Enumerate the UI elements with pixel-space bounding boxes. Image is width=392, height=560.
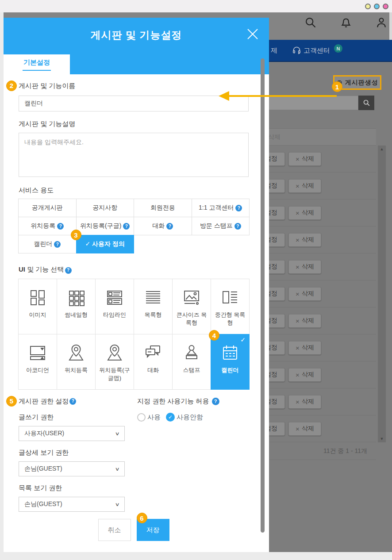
help-icon[interactable]: ? [235,205,242,211]
ui-option-5[interactable]: 큰사이즈 목록형 [172,279,211,334]
image-layout-icon [28,288,47,307]
ui-option-8[interactable]: 위치등록 [57,334,96,390]
radio-label: 사용안함 [177,413,203,422]
calendar-icon [220,343,240,363]
create-board-label: 게시판생성 [345,79,378,87]
select-value: 손님(GUEST) [24,465,62,473]
window-dot-blue-icon[interactable] [374,4,380,9]
help-icon[interactable]: ? [69,398,76,405]
check-icon: ✓ [240,336,246,343]
modal-scrollbar-thumb[interactable] [261,58,265,533]
service-option-10[interactable]: ✓ 사용자 정의3 [76,235,135,253]
board-name-input[interactable]: 캘린더 [19,96,249,111]
radio-unselected-icon[interactable] [137,413,146,422]
x-icon: × [296,344,300,352]
assigned-permission-block: 지정 권한 사용기능 허용? 사용✓사용안함 [137,397,248,422]
annotation-badge-5: 5 [6,396,17,407]
search-icon[interactable] [304,16,317,29]
radio-selected-icon[interactable]: ✓ [166,413,175,422]
tab-underline [23,70,51,71]
board-search-button[interactable] [358,96,374,110]
ui-option-7[interactable]: 아코디언 [18,334,57,390]
service-option-4[interactable]: 1:1 고객센터? [192,199,250,217]
service-option-label: 캘린더 [34,240,52,248]
help-icon[interactable]: ? [54,241,61,248]
ui-option-11[interactable]: 스탬프 [172,334,211,390]
nav-item-partial[interactable]: 제 [271,46,277,55]
close-icon[interactable] [246,27,259,41]
ui-option-9[interactable]: 위치등록(구글맵) [95,334,134,390]
stamp-icon [182,343,201,363]
permission-select-2[interactable]: 손님(GUEST)∨ [19,461,125,476]
bell-icon[interactable] [340,16,352,29]
ui-option-label: 아코디언 [25,366,50,374]
help-icon[interactable]: ? [65,267,72,274]
row-delete-button[interactable]: ×삭제 [288,179,321,193]
table-row: 설정×삭제 [255,307,376,334]
help-icon[interactable]: ? [57,223,64,230]
permission-select-3[interactable]: 손님(GUEST)∨ [19,497,125,512]
ui-option-6[interactable]: 중간형 목록형 [211,279,250,334]
annotation-badge-1: 1 [332,81,342,92]
ui-option-1[interactable]: 이미지 [18,279,57,334]
help-icon[interactable]: ? [123,223,130,230]
service-option-label: ✓ 사용자 정의 [85,240,125,248]
service-option-6[interactable]: 위치등록(구글)? [76,217,135,235]
save-button[interactable]: 저장 6 [137,519,169,541]
help-icon[interactable]: ? [234,223,241,230]
board-desc-textarea[interactable]: 내용을 입력해주세요. [19,133,249,177]
table-scrollbar[interactable]: ▲ ▼ [378,146,386,442]
ui-grid: 이미지썸네일형타임라인목록형큰사이즈 목록형중간형 목록형아코디언위치등록위치등… [19,279,250,390]
ui-option-12[interactable]: 캘린더✓4 [211,334,250,390]
permission-select-1[interactable]: 사용자(USER)∨ [19,426,125,441]
service-option-8[interactable]: 방문 스탬프? [192,217,250,235]
scroll-down-icon[interactable]: ▼ [378,437,386,441]
scroll-up-icon[interactable]: ▲ [378,147,386,151]
ui-option-label: 타임라인 [102,311,127,319]
delete-label: 삭제 [302,371,314,379]
row-delete-button[interactable]: ×삭제 [288,206,321,220]
service-option-3[interactable]: 회원전용 [134,199,192,217]
row-delete-button[interactable]: ×삭제 [288,395,321,409]
ui-option-3[interactable]: 타임라인 [95,279,134,334]
service-option-1[interactable]: 공개게시판 [18,199,77,217]
x-icon: × [296,398,300,406]
tab-basic-settings[interactable]: 기본설정 [4,54,70,74]
service-option-5[interactable]: 위치등록? [18,217,77,235]
ui-option-4[interactable]: 목록형 [134,279,173,334]
map-pin-google-icon [105,343,124,363]
row-delete-button[interactable]: ×삭제 [288,422,321,436]
help-icon[interactable]: ? [212,398,219,405]
ui-option-10[interactable]: 대화 [134,334,173,390]
row-delete-button[interactable]: ×삭제 [288,287,321,301]
row-delete-button[interactable]: ×삭제 [288,314,321,328]
board-search-input[interactable] [255,96,358,110]
service-option-9[interactable]: 캘린더? [18,235,77,253]
service-option-2[interactable]: 공지사항 [76,199,135,217]
nav-item-customer-center[interactable]: 고객센터 [304,46,330,55]
radio-label: 사용 [147,413,161,422]
help-icon[interactable]: ? [166,223,173,230]
table-row: 설정×삭제 [255,146,376,173]
board-desc-label: 게시판 및 기능설명 [19,119,249,128]
user-icon[interactable] [375,16,388,29]
row-delete-button[interactable]: ×삭제 [288,260,321,274]
table-row: 설정×삭제 [255,253,376,280]
row-delete-button[interactable]: ×삭제 [288,233,321,247]
ui-option-label: 중간형 목록형 [211,311,249,326]
row-delete-button[interactable]: ×삭제 [288,341,321,355]
modal-footer: 취소 저장 6 [19,519,249,541]
service-grid: 공개게시판공지사항회원전용1:1 고객센터?위치등록?위치등록(구글)?대화?방… [19,199,250,253]
ui-option-label: 스탬프 [182,366,202,374]
x-icon: × [296,425,300,433]
ui-option-label: 위치등록 [63,366,89,374]
service-option-label: 방문 스탬프 [200,222,233,230]
window-dot-pink-icon[interactable] [383,4,388,9]
window-dot-yellow-icon[interactable] [365,4,371,9]
service-option-7[interactable]: 대화? [134,217,192,235]
cancel-button[interactable]: 취소 [98,519,131,541]
row-delete-button[interactable]: ×삭제 [288,152,321,166]
row-delete-button[interactable]: ×삭제 [288,368,321,382]
ui-option-2[interactable]: 썸네일형 [57,279,96,334]
board-table-rows: 설정×삭제설정×삭제설정×삭제설정×삭제설정×삭제설정×삭제설정×삭제설정×삭제… [255,146,376,442]
